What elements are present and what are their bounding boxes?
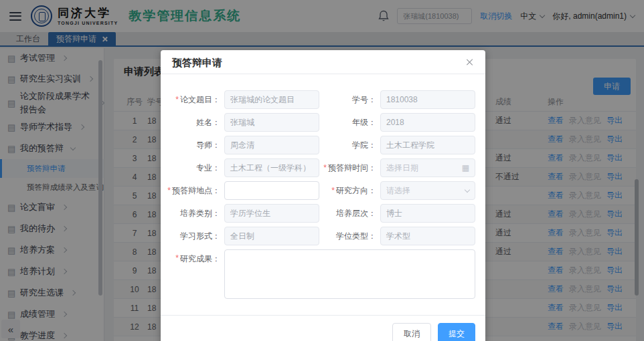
predefense-time-field[interactable]: 选择日期▦ xyxy=(380,158,475,177)
form-row: *研究成果： xyxy=(172,249,475,299)
predefense-place-field[interactable] xyxy=(224,181,319,200)
required-mark: * xyxy=(175,253,179,263)
training-level-field: 博士 xyxy=(380,204,475,223)
field-label-text: 培养层次： xyxy=(336,208,376,219)
field-value: 2018 xyxy=(386,118,404,127)
form-row: *论文题目：张瑞城的论文题目学号：1810038 xyxy=(172,90,475,109)
field-label-text: 论文题目： xyxy=(180,94,220,106)
training-category-label: 培养类别： xyxy=(172,204,224,223)
field-label-text: 研究成果： xyxy=(180,253,220,265)
field-value: 学历学位生 xyxy=(230,208,270,219)
form-row: 姓名：张瑞城年级：2018 xyxy=(172,113,475,132)
student-no-label: 学号： xyxy=(319,90,380,109)
field-label-text: 培养类别： xyxy=(180,208,220,219)
field-value: 张瑞城的论文题目 xyxy=(230,94,295,106)
student-name-field: 张瑞城 xyxy=(224,113,319,132)
app-page: 同济大学 TONGJI UNIVERSITY 教学管理信息系统 取消切换 中文 … xyxy=(0,0,644,341)
field-value: 张瑞城 xyxy=(230,117,254,128)
field-label-text: 学位类型： xyxy=(336,231,376,242)
field-label-text: 研究方向： xyxy=(336,185,376,197)
cancel-button[interactable]: 取消 xyxy=(392,323,431,341)
field-value: 学术型 xyxy=(386,231,410,242)
field-label-text: 导师： xyxy=(196,140,220,151)
predefense-place-label: *预答辩地点： xyxy=(172,181,224,200)
thesis-title-field: 张瑞城的论文题目 xyxy=(224,90,319,109)
required-mark: * xyxy=(331,186,335,195)
required-mark: * xyxy=(167,186,171,195)
thesis-title-label: *论文题目： xyxy=(172,90,224,109)
field-label-text: 学院： xyxy=(352,140,376,151)
research-direction-field[interactable]: 请选择 xyxy=(380,181,475,200)
degree-type-label: 学位类型： xyxy=(319,227,380,245)
field-label-text: 预答辩时间： xyxy=(328,162,376,174)
field-value: 土木工程学院 xyxy=(386,140,434,151)
field-value: 博士 xyxy=(386,208,402,219)
form-row: 学习形式：全日制学位类型：学术型 xyxy=(172,227,475,245)
field-placeholder: 请选择 xyxy=(386,185,410,197)
modal-title: 预答辩申请 xyxy=(172,57,222,68)
study-form-label: 学习形式： xyxy=(172,227,224,245)
student-name-label: 姓名： xyxy=(172,113,224,132)
field-value: 全日制 xyxy=(230,231,254,242)
field-label-text: 学号： xyxy=(352,94,376,106)
submit-button[interactable]: 提交 xyxy=(438,323,475,341)
calendar-glyph: ▦ xyxy=(462,164,469,172)
grade-year-field: 2018 xyxy=(380,113,475,132)
grade-year-label: 年级： xyxy=(319,113,380,132)
field-value: 1810038 xyxy=(386,95,418,104)
degree-type-field: 学术型 xyxy=(380,227,475,245)
modal-footer: 取消 提交 xyxy=(161,315,485,341)
field-label-text: 学习形式： xyxy=(180,231,220,242)
form-row: 培养类别：学历学位生培养层次：博士 xyxy=(172,204,475,223)
predefense-time-label: *预答辩时间： xyxy=(319,158,380,177)
major-label: 专业： xyxy=(172,158,224,177)
training-category-field: 学历学位生 xyxy=(224,204,319,223)
form-row: 专业：土木工程（一级学科）*预答辩时间：选择日期▦ xyxy=(172,158,475,177)
college-label: 学院： xyxy=(319,136,380,154)
field-placeholder: 选择日期 xyxy=(386,162,418,174)
supervisor-field: 周念清 xyxy=(224,136,319,154)
supervisor-label: 导师： xyxy=(172,136,224,154)
field-label-text: 专业： xyxy=(196,162,220,174)
study-form-field: 全日制 xyxy=(224,227,319,245)
chevron-down-icon xyxy=(465,190,469,192)
required-mark: * xyxy=(175,95,179,104)
predefense-application-modal: 预答辩申请 *论文题目：张瑞城的论文题目学号：1810038姓名：张瑞城年级：2… xyxy=(161,50,485,341)
chevron-glyph xyxy=(465,187,470,192)
student-no-field: 1810038 xyxy=(380,90,475,109)
major-field: 土木工程（一级学科） xyxy=(224,158,319,177)
form-row: 导师：周念清学院：土木工程学院 xyxy=(172,136,475,154)
calendar-icon: ▦ xyxy=(462,164,469,172)
college-field: 土木工程学院 xyxy=(380,136,475,154)
modal-header: 预答辩申请 xyxy=(161,50,485,74)
form-row: *预答辩地点：*研究方向：请选择 xyxy=(172,181,475,200)
required-mark: * xyxy=(323,163,327,173)
training-level-label: 培养层次： xyxy=(319,204,380,223)
close-icon[interactable] xyxy=(465,58,473,66)
field-label-text: 预答辩地点： xyxy=(172,185,220,197)
field-label-text: 年级： xyxy=(352,117,376,128)
field-value: 周念清 xyxy=(230,140,254,151)
research-results-field[interactable] xyxy=(224,249,475,299)
field-value: 土木工程（一级学科） xyxy=(230,162,311,174)
research-direction-label: *研究方向： xyxy=(319,181,380,200)
field-label-text: 姓名： xyxy=(196,117,220,128)
research-results-label: *研究成果： xyxy=(172,249,224,299)
